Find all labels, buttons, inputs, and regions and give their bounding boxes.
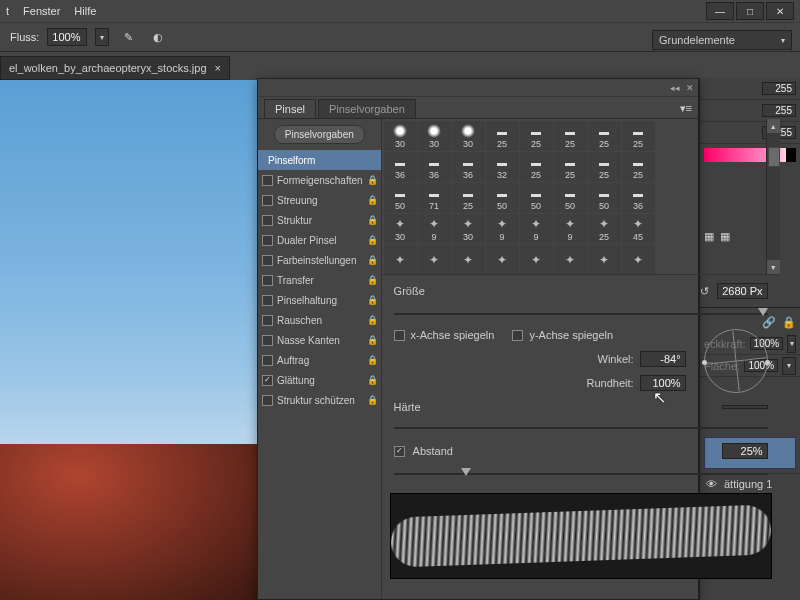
- property-checkbox[interactable]: [262, 395, 273, 406]
- opacity-dd[interactable]: ▾: [787, 335, 796, 353]
- brush-tip-thumb[interactable]: ▬50: [554, 183, 587, 213]
- property-checkbox[interactable]: [262, 335, 273, 346]
- size-slider[interactable]: [394, 307, 768, 321]
- brush-tip-thumb[interactable]: ▬36: [384, 152, 417, 182]
- brush-property-pinselform[interactable]: Pinselform: [258, 150, 381, 170]
- brush-tip-thumb[interactable]: ✦25: [588, 214, 621, 244]
- lock-icon[interactable]: 🔒: [367, 235, 377, 245]
- brush-tip-thumb[interactable]: ✦30: [452, 214, 485, 244]
- lock-icon[interactable]: 🔒: [367, 175, 377, 185]
- property-checkbox[interactable]: [262, 255, 273, 266]
- brush-property-formeigenschaften[interactable]: Formeigenschaften🔒: [258, 170, 381, 190]
- lock-icon[interactable]: 🔒: [367, 315, 377, 325]
- brush-tip-thumb[interactable]: ✦45: [622, 214, 655, 244]
- brush-tip-thumb[interactable]: ▬50: [520, 183, 553, 213]
- menu-item[interactable]: Fenster: [23, 5, 60, 17]
- brush-tip-grid[interactable]: 303030▬25▬25▬25▬25▬25▬36▬36▬36▬32▬25▬25▬…: [382, 119, 780, 275]
- document-tab[interactable]: el_wolken_by_archaeopteryx_stocks.jpg ×: [0, 56, 230, 80]
- brush-tip-thumb[interactable]: ▬25: [588, 152, 621, 182]
- spacing-checkbox[interactable]: [394, 446, 405, 457]
- menu-item[interactable]: Hilfe: [74, 5, 96, 17]
- presets-button[interactable]: Pinselvorgaben: [274, 125, 365, 144]
- brush-property-dualer-pinsel[interactable]: Dualer Pinsel🔒: [258, 230, 381, 250]
- brush-tip-thumb[interactable]: ▬50: [486, 183, 519, 213]
- close-button[interactable]: ✕: [766, 2, 794, 20]
- brush-property-farbeinstellungen[interactable]: Farbeinstellungen🔒: [258, 250, 381, 270]
- panel-menu-icon[interactable]: ▾≡: [674, 99, 698, 118]
- brush-property-nasse-kanten[interactable]: Nasse Kanten🔒: [258, 330, 381, 350]
- brush-property-transfer[interactable]: Transfer🔒: [258, 270, 381, 290]
- fill-dd[interactable]: ▾: [782, 357, 796, 375]
- brush-tip-thumb[interactable]: ▬25: [452, 183, 485, 213]
- brush-tip-thumb[interactable]: ✦9: [418, 214, 451, 244]
- scrollbar[interactable]: ▲ ▼: [766, 119, 780, 274]
- spacing-value[interactable]: 25%: [722, 443, 768, 459]
- brush-tip-thumb[interactable]: ▬25: [622, 121, 655, 151]
- brush-tip-thumb[interactable]: ✦: [520, 245, 553, 275]
- property-checkbox[interactable]: [262, 355, 273, 366]
- brush-tip-thumb[interactable]: ▬25: [588, 121, 621, 151]
- brush-tip-thumb[interactable]: ✦30: [384, 214, 417, 244]
- lock-icon[interactable]: 🔒: [367, 335, 377, 345]
- brush-tip-thumb[interactable]: ✦: [452, 245, 485, 275]
- brush-tip-thumb[interactable]: ▬25: [520, 152, 553, 182]
- lock-icon[interactable]: 🔒: [367, 195, 377, 205]
- property-checkbox[interactable]: [262, 375, 273, 386]
- flow-dropdown[interactable]: ▾: [95, 28, 109, 46]
- lock-icon[interactable]: 🔒: [367, 275, 377, 285]
- brush-tip-thumb[interactable]: 30: [384, 121, 417, 151]
- lock-icon[interactable]: 🔒: [367, 375, 377, 385]
- brush-tip-thumb[interactable]: ▬32: [486, 152, 519, 182]
- lock-icon[interactable]: 🔒: [367, 295, 377, 305]
- brush-tip-thumb[interactable]: ▬25: [622, 152, 655, 182]
- brush-property-glättung[interactable]: Glättung🔒: [258, 370, 381, 390]
- size-value[interactable]: 2680 Px: [717, 283, 767, 299]
- brush-tip-thumb[interactable]: ▬50: [384, 183, 417, 213]
- maximize-button[interactable]: □: [736, 2, 764, 20]
- reset-size-icon[interactable]: ↺: [700, 285, 709, 298]
- brush-tip-thumb[interactable]: ▬25: [554, 121, 587, 151]
- lock-icon[interactable]: 🔒: [367, 215, 377, 225]
- brush-tip-thumb[interactable]: ✦9: [520, 214, 553, 244]
- brush-property-struktur-schützen[interactable]: Struktur schützen🔒: [258, 390, 381, 410]
- angle-value[interactable]: -84°: [640, 351, 686, 367]
- brush-property-pinselhaltung[interactable]: Pinselhaltung🔒: [258, 290, 381, 310]
- brush-property-auftrag[interactable]: Auftrag🔒: [258, 350, 381, 370]
- brush-tip-thumb[interactable]: ▬36: [418, 152, 451, 182]
- brush-tip-thumb[interactable]: ▬71: [418, 183, 451, 213]
- scroll-thumb[interactable]: [768, 147, 780, 167]
- brush-property-struktur[interactable]: Struktur🔒: [258, 210, 381, 230]
- lock-icon[interactable]: 🔒: [367, 395, 377, 405]
- brush-tip-thumb[interactable]: ✦9: [554, 214, 587, 244]
- property-checkbox[interactable]: [262, 275, 273, 286]
- brush-tip-thumb[interactable]: ▬36: [622, 183, 655, 213]
- brush-property-streuung[interactable]: Streuung🔒: [258, 190, 381, 210]
- lock-icon[interactable]: 🔒: [367, 355, 377, 365]
- brush-tip-thumb[interactable]: ▬25: [554, 152, 587, 182]
- lock-icon[interactable]: 🔒: [367, 255, 377, 265]
- property-checkbox[interactable]: [262, 235, 273, 246]
- g-value[interactable]: 255: [762, 104, 796, 117]
- brush-property-rauschen[interactable]: Rauschen🔒: [258, 310, 381, 330]
- property-checkbox[interactable]: [262, 315, 273, 326]
- brush-tip-thumb[interactable]: ✦9: [486, 214, 519, 244]
- property-checkbox[interactable]: [262, 175, 273, 186]
- scroll-up[interactable]: ▲: [767, 119, 780, 133]
- brush-tip-thumb[interactable]: ▬36: [452, 152, 485, 182]
- workspace-switcher[interactable]: Grundelemente ▾: [652, 30, 792, 50]
- brush-tip-thumb[interactable]: 30: [452, 121, 485, 151]
- airbrush-icon[interactable]: ✎: [117, 26, 139, 48]
- tablet-pressure-icon[interactable]: ◐: [147, 26, 169, 48]
- brush-tip-thumb[interactable]: ✦: [622, 245, 655, 275]
- brush-tip-thumb[interactable]: ✦: [588, 245, 621, 275]
- flip-x-checkbox[interactable]: [394, 330, 405, 341]
- brush-tip-thumb[interactable]: ✦: [486, 245, 519, 275]
- property-checkbox[interactable]: [262, 215, 273, 226]
- property-checkbox[interactable]: [262, 195, 273, 206]
- close-panel-icon[interactable]: ✕: [686, 83, 694, 93]
- brush-tip-thumb[interactable]: 30: [418, 121, 451, 151]
- tab-presets[interactable]: Pinselvorgaben: [318, 99, 416, 118]
- brush-tip-thumb[interactable]: ▬25: [486, 121, 519, 151]
- property-checkbox[interactable]: [262, 295, 273, 306]
- brush-tip-thumb[interactable]: ▬25: [520, 121, 553, 151]
